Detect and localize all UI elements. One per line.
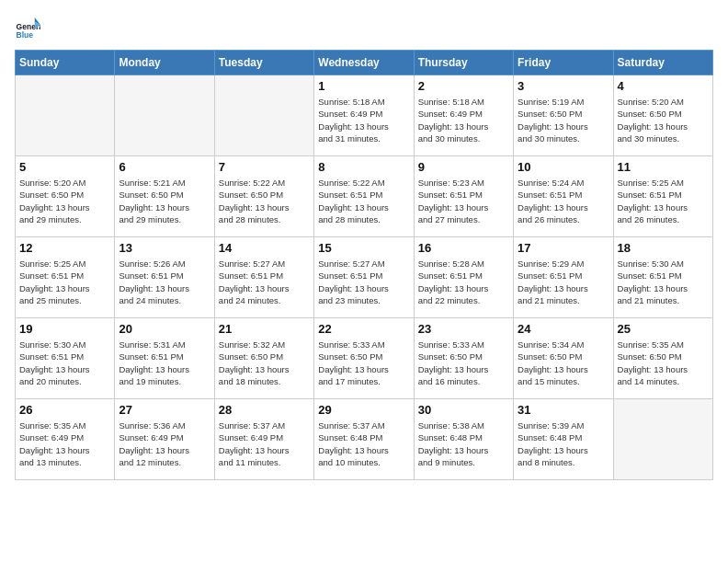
day-number: 23 [418, 322, 509, 336]
logo-icon: General Blue [15, 15, 40, 40]
calendar-cell: 29Sunrise: 5:37 AM Sunset: 6:48 PM Dayli… [314, 399, 414, 480]
day-number: 4 [618, 79, 709, 93]
day-number: 28 [219, 403, 310, 417]
col-header-saturday: Saturday [613, 51, 712, 75]
day-number: 20 [119, 322, 210, 336]
week-row-4: 19Sunrise: 5:30 AM Sunset: 6:51 PM Dayli… [16, 318, 713, 399]
day-info: Sunrise: 5:22 AM Sunset: 6:50 PM Dayligh… [219, 177, 310, 225]
day-number: 24 [518, 322, 609, 336]
calendar-cell: 16Sunrise: 5:28 AM Sunset: 6:51 PM Dayli… [414, 237, 513, 318]
day-number: 10 [518, 160, 609, 174]
calendar-cell: 5Sunrise: 5:20 AM Sunset: 6:50 PM Daylig… [16, 156, 115, 237]
day-info: Sunrise: 5:23 AM Sunset: 6:51 PM Dayligh… [418, 177, 509, 225]
day-info: Sunrise: 5:22 AM Sunset: 6:51 PM Dayligh… [318, 177, 409, 225]
day-info: Sunrise: 5:33 AM Sunset: 6:50 PM Dayligh… [318, 339, 409, 387]
calendar-cell: 11Sunrise: 5:25 AM Sunset: 6:51 PM Dayli… [613, 156, 712, 237]
day-number: 31 [518, 403, 609, 417]
calendar-cell: 25Sunrise: 5:35 AM Sunset: 6:50 PM Dayli… [613, 318, 712, 399]
day-info: Sunrise: 5:25 AM Sunset: 6:51 PM Dayligh… [618, 177, 709, 225]
calendar-cell: 9Sunrise: 5:23 AM Sunset: 6:51 PM Daylig… [414, 156, 513, 237]
day-number: 5 [19, 160, 110, 174]
day-number: 21 [219, 322, 310, 336]
week-row-2: 5Sunrise: 5:20 AM Sunset: 6:50 PM Daylig… [16, 156, 713, 237]
day-number: 19 [19, 322, 110, 336]
calendar-cell: 14Sunrise: 5:27 AM Sunset: 6:51 PM Dayli… [214, 237, 313, 318]
day-info: Sunrise: 5:37 AM Sunset: 6:48 PM Dayligh… [318, 419, 409, 468]
day-number: 18 [618, 241, 709, 255]
header-row: SundayMondayTuesdayWednesdayThursdayFrid… [16, 51, 713, 75]
day-info: Sunrise: 5:31 AM Sunset: 6:51 PM Dayligh… [119, 339, 210, 387]
calendar-cell: 24Sunrise: 5:34 AM Sunset: 6:50 PM Dayli… [514, 318, 613, 399]
day-info: Sunrise: 5:21 AM Sunset: 6:50 PM Dayligh… [119, 177, 210, 225]
day-info: Sunrise: 5:29 AM Sunset: 6:51 PM Dayligh… [518, 258, 609, 306]
day-info: Sunrise: 5:24 AM Sunset: 6:51 PM Dayligh… [518, 177, 609, 225]
day-info: Sunrise: 5:20 AM Sunset: 6:50 PM Dayligh… [618, 96, 709, 144]
day-number: 27 [119, 403, 210, 417]
day-info: Sunrise: 5:37 AM Sunset: 6:49 PM Dayligh… [219, 419, 310, 468]
day-number: 3 [518, 79, 609, 93]
calendar-cell: 26Sunrise: 5:35 AM Sunset: 6:49 PM Dayli… [16, 399, 115, 480]
page-header: General Blue [15, 15, 713, 40]
day-number: 1 [318, 79, 409, 93]
day-number: 6 [119, 160, 210, 174]
calendar-cell: 15Sunrise: 5:27 AM Sunset: 6:51 PM Dayli… [314, 237, 414, 318]
calendar-cell [16, 75, 115, 156]
calendar-cell: 8Sunrise: 5:22 AM Sunset: 6:51 PM Daylig… [314, 156, 414, 237]
col-header-monday: Monday [115, 51, 214, 75]
calendar-cell: 18Sunrise: 5:30 AM Sunset: 6:51 PM Dayli… [613, 237, 712, 318]
day-info: Sunrise: 5:39 AM Sunset: 6:48 PM Dayligh… [518, 419, 609, 468]
calendar-cell: 17Sunrise: 5:29 AM Sunset: 6:51 PM Dayli… [514, 237, 613, 318]
calendar-cell: 27Sunrise: 5:36 AM Sunset: 6:49 PM Dayli… [115, 399, 214, 480]
calendar-cell [613, 399, 712, 480]
day-number: 2 [418, 79, 509, 93]
day-number: 26 [19, 403, 110, 417]
day-info: Sunrise: 5:18 AM Sunset: 6:49 PM Dayligh… [418, 96, 509, 144]
day-info: Sunrise: 5:35 AM Sunset: 6:50 PM Dayligh… [618, 339, 709, 387]
day-number: 11 [618, 160, 709, 174]
day-info: Sunrise: 5:32 AM Sunset: 6:50 PM Dayligh… [219, 339, 310, 387]
calendar-cell: 23Sunrise: 5:33 AM Sunset: 6:50 PM Dayli… [414, 318, 513, 399]
day-number: 17 [518, 241, 609, 255]
calendar-cell: 3Sunrise: 5:19 AM Sunset: 6:50 PM Daylig… [514, 75, 613, 156]
day-info: Sunrise: 5:26 AM Sunset: 6:51 PM Dayligh… [119, 258, 210, 306]
day-info: Sunrise: 5:25 AM Sunset: 6:51 PM Dayligh… [19, 258, 110, 306]
day-number: 30 [418, 403, 509, 417]
day-number: 16 [418, 241, 509, 255]
calendar-cell [214, 75, 313, 156]
calendar-cell: 2Sunrise: 5:18 AM Sunset: 6:49 PM Daylig… [414, 75, 513, 156]
day-info: Sunrise: 5:34 AM Sunset: 6:50 PM Dayligh… [518, 339, 609, 387]
day-number: 25 [618, 322, 709, 336]
calendar-cell: 4Sunrise: 5:20 AM Sunset: 6:50 PM Daylig… [613, 75, 712, 156]
calendar-cell: 20Sunrise: 5:31 AM Sunset: 6:51 PM Dayli… [115, 318, 214, 399]
day-info: Sunrise: 5:27 AM Sunset: 6:51 PM Dayligh… [219, 258, 310, 306]
day-number: 14 [219, 241, 310, 255]
svg-text:Blue: Blue [17, 30, 34, 40]
calendar-cell: 22Sunrise: 5:33 AM Sunset: 6:50 PM Dayli… [314, 318, 414, 399]
day-info: Sunrise: 5:36 AM Sunset: 6:49 PM Dayligh… [119, 419, 210, 468]
day-number: 8 [318, 160, 409, 174]
day-info: Sunrise: 5:38 AM Sunset: 6:48 PM Dayligh… [418, 419, 509, 468]
day-info: Sunrise: 5:28 AM Sunset: 6:51 PM Dayligh… [418, 258, 509, 306]
day-info: Sunrise: 5:19 AM Sunset: 6:50 PM Dayligh… [518, 96, 609, 144]
calendar-cell: 12Sunrise: 5:25 AM Sunset: 6:51 PM Dayli… [16, 237, 115, 318]
day-info: Sunrise: 5:35 AM Sunset: 6:49 PM Dayligh… [19, 419, 110, 468]
calendar-cell: 21Sunrise: 5:32 AM Sunset: 6:50 PM Dayli… [214, 318, 313, 399]
day-number: 29 [318, 403, 409, 417]
day-info: Sunrise: 5:30 AM Sunset: 6:51 PM Dayligh… [19, 339, 110, 387]
calendar-cell: 30Sunrise: 5:38 AM Sunset: 6:48 PM Dayli… [414, 399, 513, 480]
calendar-cell: 28Sunrise: 5:37 AM Sunset: 6:49 PM Dayli… [214, 399, 313, 480]
col-header-wednesday: Wednesday [314, 51, 414, 75]
calendar-cell: 1Sunrise: 5:18 AM Sunset: 6:49 PM Daylig… [314, 75, 414, 156]
day-info: Sunrise: 5:20 AM Sunset: 6:50 PM Dayligh… [19, 177, 110, 225]
day-number: 22 [318, 322, 409, 336]
calendar-table: SundayMondayTuesdayWednesdayThursdayFrid… [15, 50, 713, 480]
day-number: 12 [19, 241, 110, 255]
calendar-cell: 31Sunrise: 5:39 AM Sunset: 6:48 PM Dayli… [514, 399, 613, 480]
day-number: 13 [119, 241, 210, 255]
day-number: 7 [219, 160, 310, 174]
day-number: 15 [318, 241, 409, 255]
col-header-sunday: Sunday [16, 51, 115, 75]
day-info: Sunrise: 5:33 AM Sunset: 6:50 PM Dayligh… [418, 339, 509, 387]
calendar-cell: 10Sunrise: 5:24 AM Sunset: 6:51 PM Dayli… [514, 156, 613, 237]
calendar-cell: 13Sunrise: 5:26 AM Sunset: 6:51 PM Dayli… [115, 237, 214, 318]
